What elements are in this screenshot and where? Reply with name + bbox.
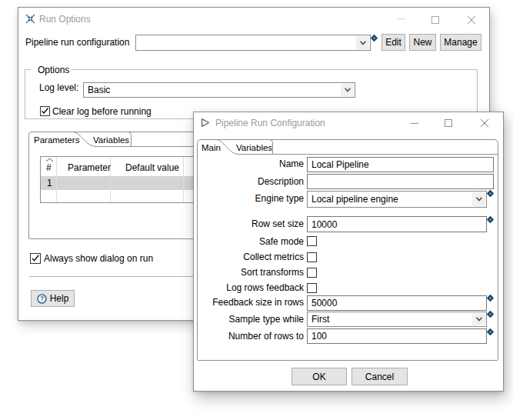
svg-text:?: ? <box>40 295 44 302</box>
